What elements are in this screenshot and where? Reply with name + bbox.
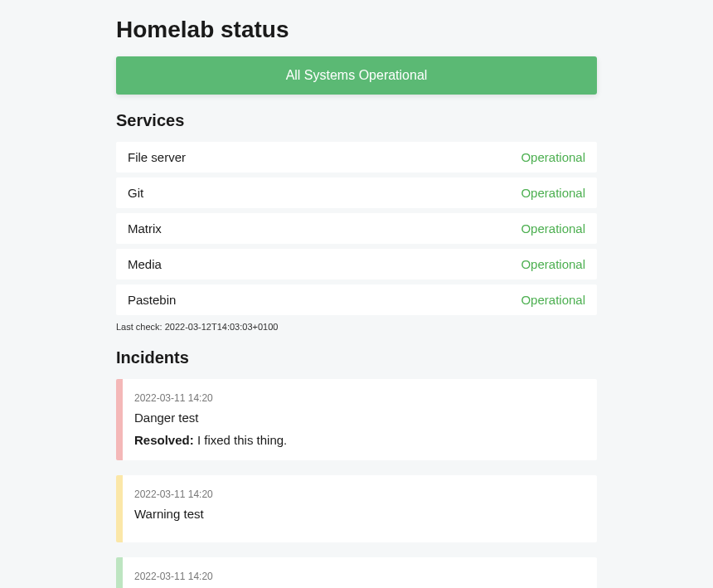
incident-date: 2022-03-11 14:20 — [134, 488, 585, 500]
service-status: Operational — [521, 257, 585, 271]
incident-date: 2022-03-11 14:20 — [134, 571, 585, 582]
incident-body: Resolved: I fixed this thing. — [134, 433, 585, 447]
incident-title: Danger test — [134, 411, 585, 425]
service-row: Git Operational — [116, 177, 597, 208]
service-row: Pastebin Operational — [116, 284, 597, 315]
status-banner: All Systems Operational — [116, 56, 597, 95]
service-status: Operational — [521, 186, 585, 200]
service-status: Operational — [521, 150, 585, 164]
incident-danger: 2022-03-11 14:20 Danger test Resolved: I… — [116, 379, 597, 460]
incident-title: Warning test — [134, 507, 585, 521]
service-name: Matrix — [128, 221, 162, 236]
service-status: Operational — [521, 221, 585, 236]
service-name: Pastebin — [128, 293, 176, 307]
incident-date: 2022-03-11 14:20 — [134, 392, 585, 404]
services-list: File server Operational Git Operational … — [116, 142, 597, 315]
service-status: Operational — [521, 293, 585, 307]
service-name: File server — [128, 150, 186, 164]
last-check-timestamp: Last check: 2022-03-12T14:03:03+0100 — [116, 322, 597, 332]
page-title: Homelab status — [116, 17, 597, 43]
incidents-heading: Incidents — [116, 348, 597, 367]
incidents-list: 2022-03-11 14:20 Danger test Resolved: I… — [116, 379, 597, 588]
service-row: Media Operational — [116, 249, 597, 279]
service-name: Media — [128, 257, 162, 271]
incident-success: 2022-03-11 14:20 Success test — [116, 557, 597, 588]
resolved-label: Resolved: — [134, 433, 194, 447]
resolved-text: I fixed this thing. — [197, 433, 287, 447]
service-row: Matrix Operational — [116, 213, 597, 244]
services-heading: Services — [116, 111, 597, 130]
incident-warning: 2022-03-11 14:20 Warning test — [116, 475, 597, 542]
service-row: File server Operational — [116, 142, 597, 173]
service-name: Git — [128, 186, 143, 200]
